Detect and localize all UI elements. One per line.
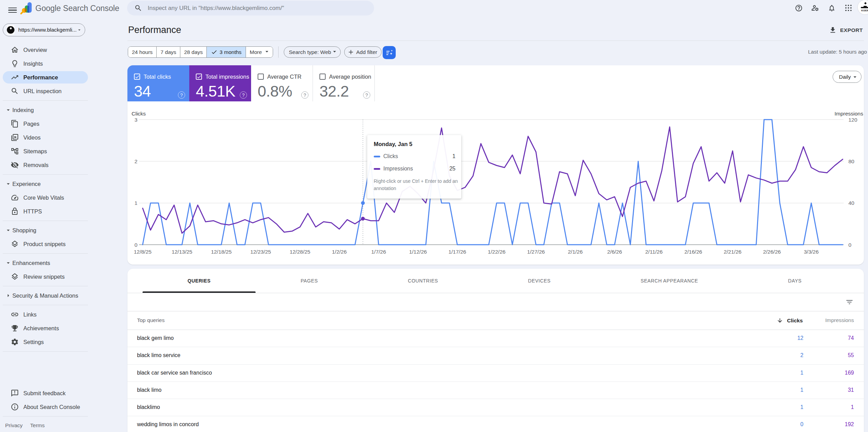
sidebar-item-submit-feedback[interactable]: Submit feedback bbox=[0, 386, 100, 400]
total-impressions-card[interactable]: Total impressions 4.51K ? bbox=[189, 65, 251, 101]
url-inspection-searchbar[interactable] bbox=[127, 1, 374, 15]
impressions-cell: 192 bbox=[845, 421, 854, 428]
sidebar-item-links[interactable]: Links bbox=[0, 308, 100, 321]
google-apps-button[interactable] bbox=[841, 0, 856, 16]
help-icon[interactable]: ? bbox=[301, 91, 308, 99]
total-clicks-card[interactable]: Total clicks 34 ? bbox=[127, 65, 189, 101]
sidebar-item-pages[interactable]: Pages bbox=[0, 117, 100, 131]
tab-search-appearance[interactable]: SEARCH APPEARANCE bbox=[596, 269, 743, 293]
performance-chart[interactable]: ClicksImpressions32101208040012/8/2512/1… bbox=[127, 101, 864, 265]
export-button[interactable]: EXPORT bbox=[829, 26, 863, 34]
sidebar-item-achievements[interactable]: Achievements bbox=[0, 321, 100, 335]
sidebar-section-security[interactable]: Security & Manual Actions bbox=[0, 289, 100, 302]
hamburger-bar bbox=[8, 12, 17, 13]
right-axis-tick: 0 bbox=[848, 242, 852, 248]
notifications-button[interactable] bbox=[824, 0, 839, 16]
property-selector[interactable]: https://www.blackgemli... bbox=[3, 23, 85, 36]
https-glyph bbox=[11, 207, 19, 215]
sidebar-item-label: Overview bbox=[23, 47, 47, 53]
menu-button[interactable] bbox=[5, 2, 21, 18]
performance-chart-card: Total clicks 34 ? Total impressions 4.51… bbox=[127, 65, 864, 265]
add-filter-button[interactable]: Add filter bbox=[344, 46, 382, 58]
average-position-card[interactable]: Average position 32.2 ? bbox=[313, 65, 375, 101]
sidebar-item-performance[interactable]: Performance bbox=[0, 70, 100, 84]
sidebar-item-https[interactable]: HTTPS bbox=[0, 204, 100, 218]
filter-settings-button[interactable] bbox=[383, 46, 396, 59]
privacy-link[interactable]: Privacy bbox=[5, 422, 23, 429]
table-row[interactable]: black gem limo 12 74 bbox=[127, 330, 864, 347]
table-row[interactable]: black limo service 2 55 bbox=[127, 347, 864, 364]
search-input[interactable] bbox=[148, 5, 361, 12]
sidebar-item-url-inspection[interactable]: URL inspection bbox=[0, 84, 100, 98]
help-icon[interactable]: ? bbox=[178, 91, 185, 99]
settings-icon bbox=[11, 338, 19, 346]
dimensions-table-card: QUERIES PAGES COUNTRIES DEVICES SEARCH A… bbox=[127, 269, 864, 432]
tab-countries[interactable]: COUNTRIES bbox=[363, 269, 483, 293]
download-icon bbox=[829, 26, 837, 34]
x-axis-label: 2/26/26 bbox=[763, 249, 781, 255]
sidebar-divider bbox=[3, 253, 88, 254]
chip-3-months[interactable]: 3 months bbox=[207, 47, 246, 57]
chip-label: 24 hours bbox=[132, 49, 153, 55]
sidebar-item-insights[interactable]: Insights bbox=[0, 57, 100, 70]
sidebar-item-about[interactable]: About Search Console bbox=[0, 400, 100, 414]
table-filter-button[interactable] bbox=[845, 298, 854, 306]
column-header-queries[interactable]: Top queries bbox=[137, 317, 165, 323]
sidebar-item-sitemaps[interactable]: Sitemaps bbox=[0, 144, 100, 158]
clicks-checkbox[interactable] bbox=[134, 74, 140, 80]
sidebar-section-enhancements[interactable]: Enhancements bbox=[0, 256, 100, 270]
table-row[interactable]: black car service san francisco 1 169 bbox=[127, 365, 864, 382]
tab-devices[interactable]: DEVICES bbox=[483, 269, 596, 293]
tab-queries[interactable]: QUERIES bbox=[143, 269, 256, 293]
chip-24-hours[interactable]: 24 hours bbox=[128, 47, 157, 57]
sidebar-section-shopping[interactable]: Shopping bbox=[0, 223, 100, 237]
tooltip-date: Monday, Jan 5 bbox=[374, 141, 412, 147]
average-ctr-card[interactable]: Average CTR 0.8% ? bbox=[251, 65, 313, 101]
sidebar-item-videos[interactable]: Videos bbox=[0, 131, 100, 144]
user-settings-button[interactable] bbox=[807, 0, 823, 16]
tab-pages[interactable]: PAGES bbox=[256, 269, 363, 293]
help-icon[interactable]: ? bbox=[240, 91, 247, 99]
performance-icon bbox=[11, 73, 19, 81]
position-checkbox[interactable] bbox=[319, 74, 326, 80]
tab-days[interactable]: DAYS bbox=[743, 269, 847, 293]
sidebar-section-experience[interactable]: Experience bbox=[0, 177, 100, 191]
sidebar-item-review-snippets[interactable]: Review snippets bbox=[0, 270, 100, 284]
sidebar-item-overview[interactable]: Overview bbox=[0, 43, 100, 57]
terms-link[interactable]: Terms bbox=[30, 422, 45, 429]
right-axis-tick: 40 bbox=[848, 200, 855, 206]
impressions-checkbox[interactable] bbox=[196, 74, 202, 80]
search-type-dropdown[interactable]: Search type: Web bbox=[284, 46, 341, 58]
search-console-logo[interactable]: Google Search Console bbox=[20, 1, 119, 15]
table-row[interactable]: blacklimo 1 1 bbox=[127, 399, 864, 416]
chip-more[interactable]: More bbox=[246, 47, 273, 57]
sidebar-item-label: Performance bbox=[23, 74, 58, 81]
sidebar-item-label: Submit feedback bbox=[23, 390, 66, 397]
table-row[interactable]: wedding limos in concord 0 192 bbox=[127, 416, 864, 432]
sidebar-section-indexing[interactable]: Indexing bbox=[0, 103, 100, 117]
sidebar-item-label: URL inspection bbox=[23, 88, 61, 95]
chip-28-days[interactable]: 28 days bbox=[180, 47, 207, 57]
ctr-checkbox[interactable] bbox=[258, 74, 264, 80]
plus-icon bbox=[347, 48, 354, 56]
sidebar-item-label: Settings bbox=[23, 339, 44, 345]
account-avatar[interactable]: KGEM bbox=[857, 0, 868, 15]
help-button[interactable] bbox=[791, 0, 807, 16]
sidebar-item-label: Pages bbox=[23, 121, 40, 127]
sidebar-item-product-snippets[interactable]: Product snippets bbox=[0, 237, 100, 251]
column-header-clicks[interactable]: Clicks bbox=[777, 317, 803, 324]
sidebar-item-label: Videos bbox=[23, 134, 41, 141]
help-icon[interactable]: ? bbox=[363, 91, 370, 99]
column-header-impressions[interactable]: Impressions bbox=[825, 317, 854, 323]
interval-dropdown[interactable]: Daily bbox=[833, 71, 861, 83]
sidebar-item-label: Removals bbox=[23, 162, 48, 168]
clicks-legend-swatch bbox=[374, 156, 380, 157]
clicks-cell: 2 bbox=[800, 352, 803, 358]
x-axis-label: 12/13/25 bbox=[172, 249, 192, 255]
chip-7-days[interactable]: 7 days bbox=[157, 47, 180, 57]
chevron-down-icon bbox=[5, 227, 12, 234]
sidebar-item-core-web-vitals[interactable]: Core Web Vitals bbox=[0, 191, 100, 204]
sidebar-item-settings[interactable]: Settings bbox=[0, 335, 100, 349]
table-row[interactable]: black limo 1 31 bbox=[127, 382, 864, 399]
sidebar-item-removals[interactable]: Removals bbox=[0, 158, 100, 172]
